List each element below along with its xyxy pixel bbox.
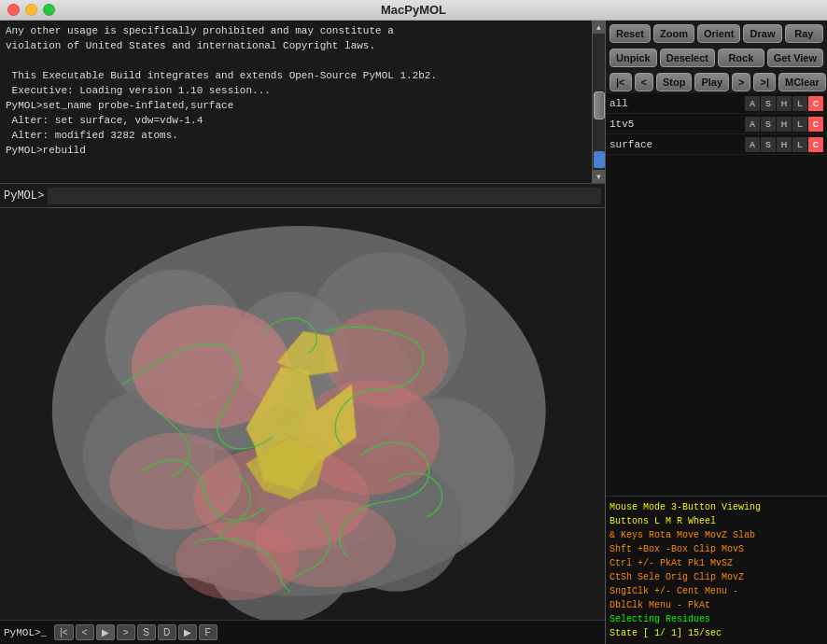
object-row-surface: surface A S H L C <box>606 134 827 155</box>
rock-button[interactable]: Rock <box>718 49 764 67</box>
left-panel: Any other usage is specifically prohibit… <box>0 21 605 644</box>
console-line: violation of United States and internati… <box>6 39 586 54</box>
svg-point-16 <box>109 433 242 530</box>
obj-color-1tv5[interactable]: C <box>808 117 823 132</box>
obj-show-all[interactable]: S <box>761 96 776 111</box>
console-scrollbar: ▲ ▼ <box>592 21 605 183</box>
scroll-thumb-area <box>593 34 605 149</box>
draw-button[interactable]: Draw <box>743 24 781 43</box>
bottom-prompt: PyMOL>_ <box>4 627 47 638</box>
console-text: Any other usage is specifically prohibit… <box>0 21 592 183</box>
button-row-1: Reset Zoom Orient Draw Ray <box>606 21 827 45</box>
nav-buttons: |< < ▶ > S D ▶ F <box>54 624 217 640</box>
object-name-1tv5: 1tv5 <box>610 119 745 130</box>
mclear-button[interactable]: MClear <box>778 73 826 91</box>
button-row-3: |< < Stop Play > >| MClear <box>606 69 827 93</box>
get-view-button[interactable]: Get View <box>767 49 823 67</box>
zoom-button[interactable]: Zoom <box>653 24 694 43</box>
orient-button[interactable]: Orient <box>697 24 740 43</box>
minimize-button[interactable] <box>25 4 37 16</box>
console-line: Alter: modified 3282 atoms. <box>6 129 586 144</box>
nav-play2-button[interactable]: ▶ <box>178 624 197 640</box>
object-name-surface: surface <box>610 139 745 150</box>
nav-prev-button[interactable]: < <box>76 624 94 640</box>
scroll-down-arrow[interactable]: ▼ <box>593 170 606 183</box>
obj-hide-all[interactable]: H <box>777 96 792 111</box>
nav-s-button[interactable]: S <box>137 624 156 640</box>
traffic-lights <box>7 4 55 16</box>
console-line: Executive: Loading version 1.10 session.… <box>6 84 586 99</box>
ray-button[interactable]: Ray <box>785 24 823 43</box>
unpick-button[interactable]: Unpick <box>610 49 657 67</box>
scroll-thumb[interactable] <box>594 91 605 119</box>
console-line <box>6 54 586 69</box>
info-line-2: Buttons L M R Wheel <box>610 514 823 528</box>
info-line-8: DblClk Menu - PkAt <box>610 598 823 612</box>
close-button[interactable] <box>7 4 20 16</box>
object-buttons-all: A S H L C <box>745 96 823 111</box>
console-line: This Executable Build integrates and ext… <box>6 69 586 84</box>
first-frame-button[interactable]: |< <box>610 73 632 91</box>
play-button[interactable]: Play <box>694 73 729 91</box>
info-line-1: Mouse Mode 3-Button Viewing <box>610 500 823 514</box>
console-line: Alter: set surface, vdw=vdw-1.4 <box>6 114 586 129</box>
object-list: all A S H L C 1tv5 A S H L C <box>606 93 827 496</box>
nav-play-button[interactable]: ▶ <box>96 624 115 640</box>
right-panel: Reset Zoom Orient Draw Ray Unpick Desele… <box>605 21 827 644</box>
obj-color-surface[interactable]: C <box>808 137 823 152</box>
obj-action-all[interactable]: A <box>745 96 760 111</box>
deselect-button[interactable]: Deselect <box>660 49 715 67</box>
obj-show-1tv5[interactable]: S <box>761 117 776 132</box>
command-input[interactable] <box>48 188 601 204</box>
main-layout: Any other usage is specifically prohibit… <box>0 21 827 644</box>
obj-action-surface[interactable]: A <box>745 137 760 152</box>
nav-f-button[interactable]: F <box>199 624 217 640</box>
obj-hide-1tv5[interactable]: H <box>777 117 792 132</box>
obj-label-all[interactable]: L <box>792 96 807 111</box>
last-frame-button[interactable]: >| <box>753 73 776 91</box>
scroll-up-arrow[interactable]: ▲ <box>593 21 606 34</box>
prev-frame-button[interactable]: < <box>635 73 653 91</box>
pymol-prompt: PyMOL> <box>4 189 44 203</box>
console-line: PyMOL>set_name probe-inflated,surface <box>6 99 586 114</box>
nav-next-button[interactable]: > <box>117 624 135 640</box>
scroll-blue-indicator <box>594 151 605 168</box>
console-line: PyMOL>rebuild <box>6 144 586 159</box>
command-bar: PyMOL> <box>0 184 605 208</box>
maximize-button[interactable] <box>43 4 55 16</box>
info-line-5: Ctrl +/- PkAt Pk1 MvSZ <box>610 556 823 570</box>
obj-show-surface[interactable]: S <box>761 137 776 152</box>
object-row-1tv5: 1tv5 A S H L C <box>606 114 827 134</box>
nav-d-button[interactable]: D <box>158 624 176 640</box>
next-frame-button[interactable]: > <box>732 73 750 91</box>
obj-label-1tv5[interactable]: L <box>792 117 807 132</box>
info-panel: Mouse Mode 3-Button Viewing Buttons L M … <box>606 496 827 644</box>
info-line-3: & Keys Rota Move MovZ Slab <box>610 528 823 542</box>
info-line-4: Shft +Box -Box Clip MovS <box>610 542 823 556</box>
titlebar: MacPyMOL <box>0 0 827 21</box>
object-name-all: all <box>610 98 745 109</box>
obj-hide-surface[interactable]: H <box>777 137 792 152</box>
console-line: Any other usage is specifically prohibit… <box>6 24 586 39</box>
nav-first-button[interactable]: |< <box>54 624 73 640</box>
info-line-7: SngIClk +/- Cent Menu - <box>610 584 823 598</box>
button-row-2: Unpick Deselect Rock Get View <box>606 45 827 69</box>
viewport[interactable] <box>0 208 605 620</box>
object-buttons-surface: A S H L C <box>745 137 823 152</box>
info-line-10: State [ 1/ 1] 15/sec <box>610 626 823 640</box>
object-row-all: all A S H L C <box>606 93 827 114</box>
obj-color-all[interactable]: C <box>808 96 823 111</box>
info-line-9: Selecting Residues <box>610 612 823 626</box>
console-area: Any other usage is specifically prohibit… <box>0 21 605 184</box>
svg-point-19 <box>175 521 299 600</box>
info-line-6: CtSh Sele Orig Clip MovZ <box>610 570 823 584</box>
protein-visualization <box>0 208 605 620</box>
bottom-bar: PyMOL>_ |< < ▶ > S D ▶ F <box>0 620 605 644</box>
window-title: MacPyMOL <box>381 3 446 17</box>
object-buttons-1tv5: A S H L C <box>745 117 823 132</box>
obj-action-1tv5[interactable]: A <box>745 117 760 132</box>
stop-button[interactable]: Stop <box>656 73 692 91</box>
reset-button[interactable]: Reset <box>610 24 651 43</box>
obj-label-surface[interactable]: L <box>792 137 807 152</box>
